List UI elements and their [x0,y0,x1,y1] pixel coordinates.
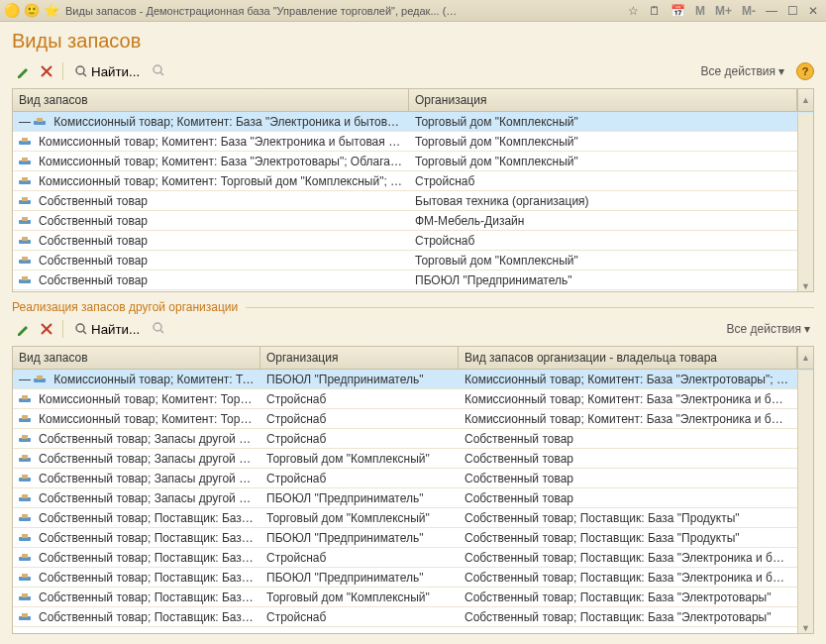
list-item-icon [19,176,35,186]
table-row[interactable]: Комиссионный товар; Комитент: Торгов...С… [13,409,813,429]
list-item-icon [19,256,35,266]
cell: Торговый дом "Комплексный" [260,509,459,527]
table-row[interactable]: Собственный товарТорговый дом "Комплексн… [13,251,813,270]
cell: Собственный товар; Поставщик: База "Э... [13,608,260,626]
cell: Комиссионный товар; Комитент: Торгов... [13,390,260,408]
table-row[interactable]: Собственный товар; Поставщик: База "Э...… [13,568,813,588]
svg-rect-49 [22,593,28,597]
svg-rect-27 [37,376,43,379]
svg-rect-45 [22,554,28,558]
toolbar-top: Найти... Все действия ▾ ? [12,58,814,88]
clear-filter-button[interactable] [149,60,170,82]
help-button[interactable]: ? [796,62,814,80]
scrollbar-vertical[interactable]: ▼ [797,371,813,633]
edit-button[interactable] [12,318,34,340]
memory-mminus-button[interactable]: M- [738,4,760,18]
svg-rect-13 [22,197,28,201]
column-header[interactable]: Вид запасов организации - владельца това… [459,347,797,369]
cell: Торговый дом "Комплексный" [409,153,797,170]
cell: ПБОЮЛ "Предприниматель" [260,371,459,388]
grid-other-org[interactable]: Вид запасов Организация Вид запасов орга… [12,346,814,634]
column-header[interactable]: Вид запасов [13,347,260,369]
table-row[interactable]: Комиссионный товар; Комитент: Торговый д… [13,171,813,191]
find-button[interactable]: Найти... [68,60,147,82]
table-row[interactable]: Собственный товарБытовая техника (органи… [13,191,813,211]
table-row[interactable]: Комиссионный товар; Комитент: Торгов...С… [13,389,813,409]
all-actions-menu[interactable]: Все действия ▾ [723,320,814,338]
delete-button[interactable] [36,318,57,340]
svg-line-23 [83,331,86,334]
clear-filter-button[interactable] [149,318,170,340]
list-item-icon [19,196,35,206]
cell: Комиссионный товар; Комитент: База "Элек… [13,153,409,170]
svg-rect-35 [22,455,28,459]
delete-button[interactable] [36,60,57,82]
table-row[interactable]: Собственный товарСтройснаб [13,231,813,251]
table-row[interactable]: Собственный товарФМ-Мебель-Дизайн [13,211,813,231]
edit-button[interactable] [12,60,34,82]
list-item-icon [19,513,35,523]
scroll-up-icon[interactable]: ▲ [797,89,813,111]
table-row[interactable]: Комиссионный товар; Комитент: База "Элек… [13,152,813,171]
minimize-button[interactable]: — [762,4,781,18]
cell: Бытовая техника (организация) [409,192,797,210]
table-row[interactable]: Собственный товарПБОЮЛ "Предприниматель" [13,270,813,290]
table-row[interactable]: Собственный товар; Поставщик: База "Э...… [13,588,813,607]
close-button[interactable]: ✕ [804,4,822,18]
memory-mplus-button[interactable]: M+ [711,4,736,18]
table-row[interactable]: Собственный товар; Поставщик: База "Э...… [13,548,813,568]
maximize-button[interactable]: ☐ [783,4,802,18]
table-row[interactable]: — Комиссионный товар; Комитент: Торгов..… [13,370,813,389]
svg-rect-17 [22,237,28,241]
grid-inventory-types[interactable]: Вид запасов Организация ▲ — Комиссионный… [12,88,814,292]
table-row[interactable]: — Комиссионный товар; Комитент: База "Эл… [13,112,813,132]
column-header[interactable]: Организация [260,347,459,369]
svg-rect-15 [22,217,28,221]
table-row[interactable]: Собственный товар; Запасы другой орг...С… [13,469,813,488]
cell: ПБОЮЛ "Предприниматель" [260,569,459,587]
list-item-icon [19,533,35,543]
cell: Собственный товар [459,450,797,468]
table-row[interactable]: Собственный товар; Поставщик: База "Э...… [13,607,813,627]
cell: Собственный товар [13,271,409,289]
cell: ФМ-Мебель-Дизайн [409,212,797,230]
table-row[interactable]: Собственный товар; Поставщик: База "П...… [13,508,813,528]
list-item-icon [19,157,35,166]
svg-rect-47 [22,574,28,578]
svg-rect-9 [22,158,28,161]
list-item-icon [19,137,35,147]
cell: Торговый дом "Комплексный" [260,589,459,606]
cell: ПБОЮЛ "Предприниматель" [260,489,459,507]
cell: Комиссионный товар; Комитент: База "Элек… [459,390,797,408]
calendar-icon[interactable]: 📅 [667,4,689,18]
scrollbar-vertical[interactable]: ▼ [797,113,813,291]
calc-icon[interactable]: 🗒 [645,4,665,18]
table-row[interactable]: Собственный товар; Запасы другой орг...С… [13,429,813,449]
cell: Собственный товар [13,192,409,210]
table-row[interactable]: Собственный товар; Запасы другой орг...П… [13,488,813,508]
star-icon[interactable]: ⭐ [44,3,59,19]
column-header[interactable]: Вид запасов [13,89,409,111]
scroll-up-icon[interactable]: ▲ [797,347,813,369]
cell: Стройснаб [260,608,459,626]
all-actions-menu[interactable]: Все действия ▾ [697,62,788,80]
cell: Комиссионный товар; Комитент: Торговый д… [13,172,409,190]
cell: Стройснаб [260,470,459,487]
favorite-add-icon[interactable]: ☆ [624,4,643,18]
svg-line-3 [160,72,163,75]
list-item-icon [19,592,35,602]
list-item-icon [19,414,35,424]
cell: Собственный товар; Поставщик: База "Элек… [459,569,797,587]
cell: Собственный товар; Поставщик: База "П... [13,529,260,547]
table-row[interactable]: Собственный товар; Поставщик: База "П...… [13,528,813,548]
column-header[interactable]: Организация [409,89,797,111]
table-row[interactable]: Собственный товар; Запасы другой орг...Т… [13,449,813,469]
svg-rect-51 [22,613,28,617]
table-row[interactable]: Комиссионный товар; Комитент: База "Элек… [13,132,813,152]
find-button[interactable]: Найти... [68,318,147,340]
svg-rect-39 [22,494,28,498]
svg-rect-29 [22,395,28,399]
list-item-icon [34,375,50,384]
memory-m-button[interactable]: M [691,4,709,18]
svg-point-0 [76,66,84,74]
